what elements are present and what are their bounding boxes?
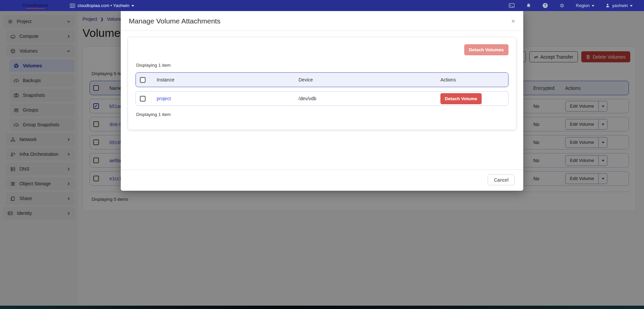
domain-project-switcher[interactable]: cloudtopiaa.com • Yashwin (70, 3, 134, 8)
brand-logo[interactable]: Cloudtopiaa (10, 3, 60, 9)
modal-title: Manage Volume Attachments (129, 17, 220, 25)
notifications-bell-icon[interactable] (520, 3, 537, 8)
modal-column-actions: Actions (440, 77, 504, 82)
modal-column-instance: Instance (157, 77, 299, 82)
modal-footer: Cancel (121, 170, 523, 191)
brand-name: Cloudtopiaa (22, 3, 48, 8)
svg-text:?: ? (544, 3, 546, 7)
chevron-down-icon (630, 5, 633, 7)
modal-row-checkbox[interactable] (140, 96, 146, 102)
settings-gear-icon[interactable]: ⚙ (554, 3, 571, 8)
topbar: Cloudtopiaa cloudtopiaa.com • Yashwin ? … (0, 0, 644, 11)
region-selector[interactable]: Region (571, 3, 600, 8)
desktop-edge-strip (0, 306, 644, 309)
chevron-down-icon (131, 5, 134, 7)
manage-volume-attachments-modal: Manage Volume Attachments × Detach Volum… (121, 11, 523, 191)
chevron-down-icon (592, 5, 594, 7)
brand-tagline (26, 8, 45, 9)
modal-header: Manage Volume Attachments × (121, 11, 523, 31)
cancel-button[interactable]: Cancel (488, 174, 515, 185)
modal-table-row: project /dev/vdb Detach Volume (136, 91, 508, 106)
detach-volumes-button[interactable]: Detach Volumes (464, 44, 508, 55)
detach-volume-button[interactable]: Detach Volume (440, 93, 482, 104)
user-icon (605, 3, 610, 8)
modal-body: Detach Volumes Displaying 1 item Instanc… (121, 31, 523, 170)
modal-column-device: Device (299, 77, 440, 82)
user-menu[interactable]: yashwin (600, 3, 638, 8)
close-icon[interactable]: × (511, 18, 515, 24)
modal-table-header-row: Instance Device Actions (136, 72, 508, 87)
window-list-icon (70, 3, 75, 8)
modal-select-all-checkbox[interactable] (140, 77, 146, 83)
console-icon[interactable] (503, 3, 520, 8)
instance-link[interactable]: project (157, 96, 299, 101)
device-path: /dev/vdb (299, 96, 440, 101)
context-label: cloudtopiaa.com • Yashwin (77, 3, 129, 8)
help-icon[interactable]: ? (537, 3, 554, 8)
attachments-card: Detach Volumes Displaying 1 item Instanc… (128, 38, 516, 130)
modal-items-count-top: Displaying 1 item (136, 63, 508, 68)
modal-items-count-bottom: Displaying 1 item (136, 112, 508, 117)
